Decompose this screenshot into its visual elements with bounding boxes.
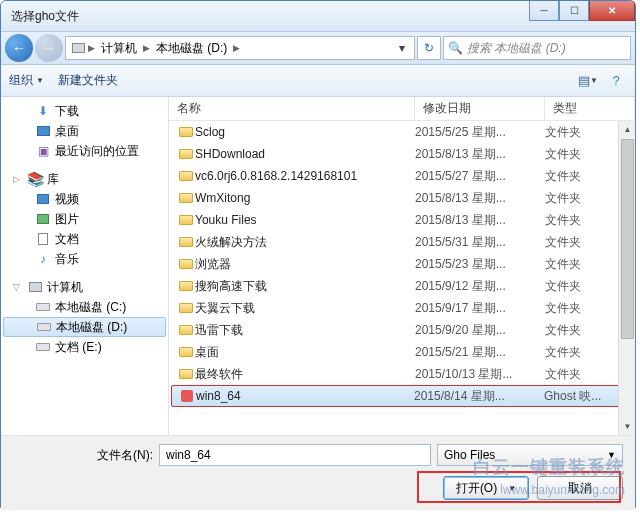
breadcrumb[interactable]: ▶ 计算机 ▶ 本地磁盘 (D:) ▶ ▾ [65, 36, 415, 60]
watermark-text: 白云一键重装系统 [473, 455, 625, 479]
file-row[interactable]: win8_642015/8/14 星期...Ghost 映... [171, 385, 633, 407]
sidebar-item-recent[interactable]: ▣最近访问的位置 [1, 141, 168, 161]
scroll-down-arrow[interactable]: ▼ [619, 418, 635, 435]
view-options-button[interactable]: ▤ ▼ [577, 71, 599, 91]
file-type: 文件夹 [545, 278, 581, 295]
file-name: 桌面 [195, 344, 415, 361]
maximize-button[interactable]: ☐ [559, 1, 589, 21]
file-date: 2015/8/14 星期... [414, 388, 544, 405]
file-date: 2015/5/23 星期... [415, 256, 545, 273]
refresh-button[interactable]: ↻ [417, 36, 441, 60]
folder-icon [177, 193, 195, 203]
file-type: Ghost 映... [544, 388, 601, 405]
sidebar-group-computer[interactable]: ▽计算机 [1, 277, 168, 297]
column-header-date[interactable]: 修改日期 [415, 97, 545, 120]
file-name: SHDownload [195, 147, 415, 161]
download-icon: ⬇ [35, 104, 51, 118]
drive-icon [36, 320, 52, 334]
titlebar[interactable]: 选择gho文件 ─ ☐ ✕ [1, 1, 635, 31]
file-type: 文件夹 [545, 146, 581, 163]
sidebar-item-desktop[interactable]: 桌面 [1, 121, 168, 141]
file-name: 浏览器 [195, 256, 415, 273]
search-input[interactable]: 🔍 搜索 本地磁盘 (D:) [443, 36, 631, 60]
body-area: ⬇下载 桌面 ▣最近访问的位置 ▷📚库 视频 图片 文档 ♪音乐 ▽计算机 本地… [1, 97, 635, 435]
file-name: 搜狗高速下载 [195, 278, 415, 295]
library-icon: 📚 [27, 172, 43, 186]
window-controls: ─ ☐ ✕ [529, 1, 635, 21]
filename-label: 文件名(N): [13, 447, 153, 464]
organize-menu[interactable]: 组织 ▼ [9, 72, 44, 89]
file-type: 文件夹 [545, 168, 581, 185]
file-type: 文件夹 [545, 256, 581, 273]
file-name: 迅雷下载 [195, 322, 415, 339]
chevron-right-icon[interactable]: ▶ [88, 43, 95, 53]
file-type: 文件夹 [545, 366, 581, 383]
file-row[interactable]: 迅雷下载2015/9/20 星期...文件夹 [169, 319, 635, 341]
ghost-file-icon [178, 390, 196, 402]
file-name: win8_64 [196, 389, 414, 403]
sidebar-item-drive-d[interactable]: 本地磁盘 (D:) [3, 317, 166, 337]
column-header-type[interactable]: 类型 [545, 97, 635, 120]
file-list[interactable]: Sclog2015/5/25 星期...文件夹SHDownload2015/8/… [169, 121, 635, 435]
file-row[interactable]: 搜狗高速下载2015/9/12 星期...文件夹 [169, 275, 635, 297]
folder-icon [177, 237, 195, 247]
close-button[interactable]: ✕ [589, 1, 635, 21]
file-row[interactable]: WmXitong2015/8/13 星期...文件夹 [169, 187, 635, 209]
file-type: 文件夹 [545, 190, 581, 207]
file-date: 2015/8/13 星期... [415, 146, 545, 163]
folder-icon [177, 259, 195, 269]
folder-icon [177, 281, 195, 291]
chevron-right-icon[interactable]: ▶ [233, 43, 240, 53]
file-row[interactable]: 浏览器2015/5/23 星期...文件夹 [169, 253, 635, 275]
new-folder-button[interactable]: 新建文件夹 [58, 72, 118, 89]
forward-button[interactable]: → [35, 34, 63, 62]
sidebar-item-pictures[interactable]: 图片 [1, 209, 168, 229]
sidebar-item-downloads[interactable]: ⬇下载 [1, 101, 168, 121]
file-type: 文件夹 [545, 212, 581, 229]
computer-icon [70, 41, 86, 55]
sidebar-item-documents[interactable]: 文档 [1, 229, 168, 249]
back-button[interactable]: ← [5, 34, 33, 62]
video-icon [35, 192, 51, 206]
drive-icon [35, 340, 51, 354]
sidebar-item-drive-e[interactable]: 文档 (E:) [1, 337, 168, 357]
minimize-button[interactable]: ─ [529, 1, 559, 21]
file-row[interactable]: 桌面2015/5/21 星期...文件夹 [169, 341, 635, 363]
breadcrumb-dropdown[interactable]: ▾ [394, 41, 410, 55]
file-row[interactable]: Sclog2015/5/25 星期...文件夹 [169, 121, 635, 143]
file-row[interactable]: 最终软件2015/10/13 星期...文件夹 [169, 363, 635, 385]
document-icon [35, 232, 51, 246]
file-row[interactable]: SHDownload2015/8/13 星期...文件夹 [169, 143, 635, 165]
column-header-name[interactable]: 名称 [169, 97, 415, 120]
file-date: 2015/8/13 星期... [415, 212, 545, 229]
file-date: 2015/5/27 星期... [415, 168, 545, 185]
file-row[interactable]: vc6.0rj6.0.8168.2.14291681012015/5/27 星期… [169, 165, 635, 187]
sidebar-item-video[interactable]: 视频 [1, 189, 168, 209]
sidebar-item-music[interactable]: ♪音乐 [1, 249, 168, 269]
file-type: 文件夹 [545, 234, 581, 251]
file-row[interactable]: 火绒解决方法2015/5/31 星期...文件夹 [169, 231, 635, 253]
file-date: 2015/5/31 星期... [415, 234, 545, 251]
folder-icon [177, 369, 195, 379]
help-button[interactable]: ? [605, 71, 627, 91]
scroll-up-arrow[interactable]: ▲ [619, 121, 635, 138]
scrollbar-thumb[interactable] [621, 139, 634, 339]
breadcrumb-segment[interactable]: 计算机 [97, 40, 141, 57]
breadcrumb-segment[interactable]: 本地磁盘 (D:) [152, 40, 231, 57]
folder-icon [177, 127, 195, 137]
sidebar-item-drive-c[interactable]: 本地磁盘 (C:) [1, 297, 168, 317]
file-dialog-window: 选择gho文件 ─ ☐ ✕ ← → ▶ 计算机 ▶ 本地磁盘 (D:) ▶ ▾ … [0, 0, 636, 508]
file-type: 文件夹 [545, 322, 581, 339]
search-icon: 🔍 [448, 41, 463, 55]
expander-icon[interactable]: ▷ [13, 174, 23, 184]
expander-icon[interactable]: ▽ [13, 282, 23, 292]
file-row[interactable]: 天翼云下载2015/9/17 星期...文件夹 [169, 297, 635, 319]
sidebar-group-libraries[interactable]: ▷📚库 [1, 169, 168, 189]
chevron-right-icon[interactable]: ▶ [143, 43, 150, 53]
file-date: 2015/8/13 星期... [415, 190, 545, 207]
folder-icon [177, 149, 195, 159]
filename-input[interactable] [159, 444, 431, 466]
sidebar: ⬇下载 桌面 ▣最近访问的位置 ▷📚库 视频 图片 文档 ♪音乐 ▽计算机 本地… [1, 97, 169, 435]
scrollbar-vertical[interactable]: ▲ ▼ [618, 121, 635, 435]
file-row[interactable]: Youku Files2015/8/13 星期...文件夹 [169, 209, 635, 231]
